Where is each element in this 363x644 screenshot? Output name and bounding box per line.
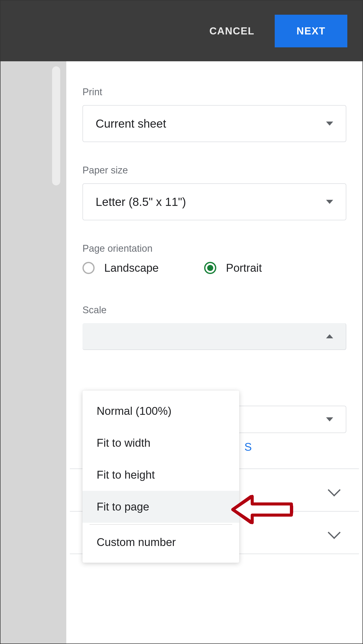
scale-dropdown-menu: Normal (100%) Fit to width Fit to height… xyxy=(82,391,239,563)
print-settings-pane: Print Current sheet Paper size Letter (8… xyxy=(66,61,362,643)
caret-down-icon xyxy=(326,200,333,204)
scale-option-custom[interactable]: Custom number xyxy=(82,526,239,558)
orientation-landscape-radio[interactable]: Landscape xyxy=(82,262,159,274)
orientation-portrait-label: Portrait xyxy=(226,262,262,274)
caret-up-icon xyxy=(326,334,333,338)
print-label: Print xyxy=(82,87,346,97)
orientation-label: Page orientation xyxy=(82,243,346,254)
radio-icon xyxy=(82,262,95,274)
scrollbar-thumb[interactable] xyxy=(52,66,60,185)
scale-option-fit-height[interactable]: Fit to height xyxy=(82,459,239,491)
print-preview-pane xyxy=(1,61,66,643)
paper-size-select[interactable]: Letter (8.5" x 11") xyxy=(82,183,346,220)
chevron-down-icon xyxy=(328,484,341,497)
orientation-portrait-radio[interactable]: Portrait xyxy=(204,262,262,274)
scale-option-normal[interactable]: Normal (100%) xyxy=(82,395,239,427)
print-range-value: Current sheet xyxy=(96,117,166,130)
scale-select[interactable] xyxy=(82,323,346,350)
scale-option-fit-page[interactable]: Fit to page xyxy=(82,491,239,523)
scale-option-fit-width[interactable]: Fit to width xyxy=(82,427,239,459)
dialog-header: CANCEL NEXT xyxy=(1,1,362,61)
scale-label: Scale xyxy=(82,305,346,316)
chevron-down-icon xyxy=(328,526,341,539)
link-text-partial: S xyxy=(244,441,346,453)
print-range-select[interactable]: Current sheet xyxy=(82,105,346,142)
paper-size-value: Letter (8.5" x 11") xyxy=(96,195,186,209)
paper-size-label: Paper size xyxy=(82,165,346,176)
caret-down-icon xyxy=(326,417,333,421)
caret-down-icon xyxy=(326,122,333,126)
cancel-button[interactable]: CANCEL xyxy=(199,18,265,44)
orientation-landscape-label: Landscape xyxy=(104,262,159,274)
menu-divider xyxy=(90,524,232,525)
radio-selected-icon xyxy=(204,262,216,274)
next-button[interactable]: NEXT xyxy=(275,15,347,47)
